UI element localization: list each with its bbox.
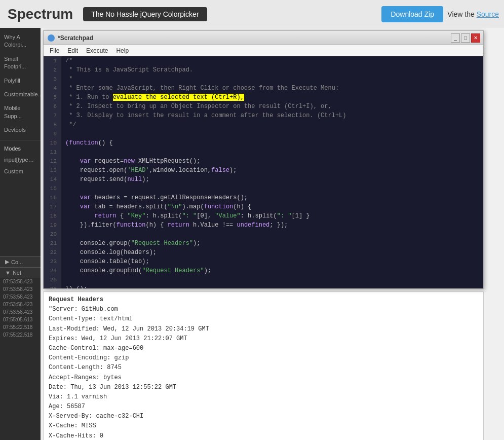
line-number: 3 <box>48 75 57 84</box>
code-token: console.log(headers); <box>65 249 157 256</box>
code-token <box>65 194 80 201</box>
close-button[interactable]: ✕ <box>471 33 480 43</box>
code-line: * This is a JavaScript Scratchpad. <box>65 65 479 75</box>
output-line: X-Served-By: cache-c32-CHI <box>49 412 478 421</box>
code-token: ); <box>193 240 200 247</box>
line-number: 14 <box>48 175 57 184</box>
code-token: * 1. Run to <box>65 94 113 101</box>
line-number: 10 <box>48 138 57 148</box>
menu-help[interactable]: Help <box>112 46 133 55</box>
net-entry-3: 07:53:58.423 <box>0 293 41 301</box>
code-token: new <box>124 158 135 165</box>
view-source-anchor[interactable]: Source <box>477 10 499 18</box>
line-number: 24 <box>48 266 57 275</box>
download-button[interactable]: Download Zip <box>381 6 443 22</box>
code-token: : h.split( <box>145 212 182 219</box>
code-line: */ <box>65 120 479 129</box>
code-content[interactable]: /* * This is a JavaScript Scratchpad. * … <box>61 56 483 288</box>
line-number: 9 <box>48 129 57 138</box>
sidebar-item-mobile[interactable]: Mobile Supp... <box>0 101 41 123</box>
output-line: Cache-Control: max-age=600 <box>49 344 478 353</box>
net-entry-2: 07:53:58.423 <box>0 285 41 293</box>
line-number: 16 <box>48 193 57 202</box>
sidebar-item-small[interactable]: Small Footpri... <box>0 52 41 74</box>
net-entry-7: 07:55:22.518 <box>0 323 41 331</box>
code-token: (h) { <box>233 203 251 210</box>
line-number: 4 <box>48 84 57 93</box>
code-token: ); <box>229 167 237 174</box>
code-token <box>65 212 95 219</box>
code-token: }) (); <box>65 285 87 288</box>
code-token: (h) { <box>145 222 167 229</box>
code-line: /* <box>65 56 479 65</box>
code-line: * 3. Display to insert the result in a c… <box>65 111 479 120</box>
code-line: * 2. Inspect to bring up an Object Inspe… <box>65 102 479 111</box>
code-line: var request=new XMLHttpRequest(); <box>65 157 479 166</box>
line-number: 22 <box>48 248 57 257</box>
restore-button[interactable]: □ <box>461 33 470 43</box>
line-number: 1 <box>48 56 57 65</box>
code-line: console.groupEnd("Request Headers"); <box>65 266 479 275</box>
output-line: X-Cache: MISS <box>49 421 478 431</box>
sidebar-item-custom[interactable]: Custom <box>0 166 41 177</box>
code-token: XMLHttpRequest(); <box>135 158 201 165</box>
code-line: var tab = headers.split("\n").map(functi… <box>65 202 479 211</box>
sidebar-tool-net[interactable]: ▼ Net <box>0 267 41 278</box>
code-token: request.send( <box>65 176 127 183</box>
code-token: { <box>117 212 128 219</box>
line-number: 17 <box>48 202 57 211</box>
line-number: 15 <box>48 184 57 193</box>
net-entry-4: 07:53:58.423 <box>0 301 41 308</box>
code-token: h.Value !== <box>189 222 237 229</box>
sidebar-tool-console[interactable]: ▶ Co... <box>0 256 41 267</box>
menu-file[interactable]: File <box>46 46 63 55</box>
code-token: * <box>65 76 72 83</box>
code-line: return { "Key": h.split(": "[0], "Value"… <box>65 211 479 221</box>
code-line: var headers = request.getAllResponseHead… <box>65 193 479 202</box>
code-token: () { <box>98 139 113 146</box>
code-line <box>65 184 479 193</box>
code-token: function <box>204 203 234 210</box>
scratchpad-icon <box>48 34 55 42</box>
menu-edit[interactable]: Edit <box>63 46 82 55</box>
output-line: Accept-Ranges: bytes <box>49 373 478 383</box>
output-line: Content-Type: text/html <box>49 314 478 324</box>
view-source-link[interactable]: View the Source <box>447 10 499 18</box>
code-token: }).filter( <box>65 222 117 229</box>
line-number: 5 <box>48 93 57 102</box>
code-token: : h.split( <box>241 212 277 219</box>
line-number: 23 <box>48 257 57 266</box>
sidebar-item-why[interactable]: Why A Colorpi... <box>0 30 41 52</box>
net-label: Net <box>13 270 21 276</box>
code-editor[interactable]: 1234567891011121314151617181920212223242… <box>44 56 483 288</box>
sidebar-item-customizable[interactable]: Customizable... <box>0 88 41 101</box>
sidebar-item-devtools[interactable]: Devtools <box>0 123 41 137</box>
line-number: 13 <box>48 166 57 175</box>
sidebar-nav: Why A Colorpi... Small Footpri... Polyfi… <box>0 30 41 140</box>
code-token: * Enter some JavaScript, then Right Clic… <box>65 85 339 92</box>
line-number: 21 <box>48 239 57 248</box>
menu-execute[interactable]: Execute <box>82 46 112 55</box>
code-token: * 2. Inspect to bring up an Object Inspe… <box>65 103 332 110</box>
sidebar-item-polyfill[interactable]: Polyfill <box>0 74 41 88</box>
site-logo: Spectrum <box>8 6 73 22</box>
code-token: console.table(tab); <box>65 258 149 265</box>
code-line: (function() { <box>65 138 479 148</box>
code-token: request.open( <box>65 167 127 174</box>
minimize-button[interactable]: _ <box>451 33 460 43</box>
code-line <box>65 148 479 157</box>
code-token: evaluate the selected text (Ctrl+R), <box>113 94 244 101</box>
code-token: var <box>80 203 91 210</box>
code-token: ); <box>204 267 211 274</box>
code-token: undefined <box>237 222 270 229</box>
line-number: 18 <box>48 211 57 221</box>
content-area: *Scratchpad _ □ ✕ File Edit Execute Help… <box>41 28 504 440</box>
code-token <box>65 158 80 165</box>
code-line: request.open('HEAD',window.location,fals… <box>65 166 479 175</box>
line-numbers: 1234567891011121314151617181920212223242… <box>44 56 61 288</box>
code-token: var <box>80 158 91 165</box>
sidebar-item-input-type[interactable]: input[type=c... <box>0 154 41 166</box>
code-token: var <box>80 194 91 201</box>
code-line <box>65 129 479 138</box>
modes-label: Modes <box>0 143 41 154</box>
